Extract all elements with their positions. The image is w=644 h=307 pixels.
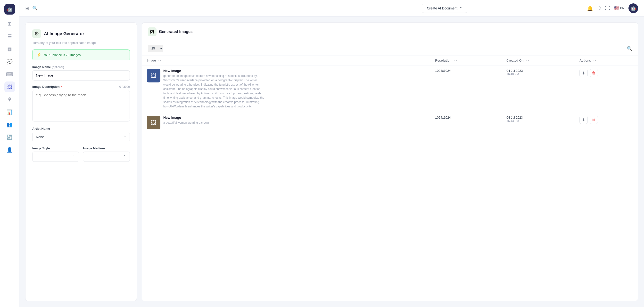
sidebar-item-sync[interactable]: 🔄 [4, 132, 15, 143]
delete-button-1[interactable]: 🗑 [590, 116, 598, 124]
image-desc-0: generate an image could feature a writer… [163, 74, 265, 109]
download-button-1[interactable]: ⬇ [580, 116, 588, 124]
svg-text:🖼: 🖼 [151, 73, 156, 79]
sort-resolution[interactable]: ▲▼ [453, 60, 457, 62]
actions-cell-1: ⬇ 🗑 [574, 112, 638, 133]
image-name-1: New Image [163, 116, 425, 120]
panel-icon: 🖼 [32, 29, 41, 38]
description-label: Image Description * 0 / 3000 [32, 85, 130, 88]
sidebar-item-team[interactable]: 👥 [4, 119, 15, 130]
time-value-0: 16:40 PM [506, 72, 570, 76]
generated-panel-icon: 🖼 [148, 27, 156, 36]
sidebar-item-images[interactable]: 🖼 [4, 81, 15, 92]
table-container: Image ▲▼ Resolution ▲▼ Created On ▲▼ [142, 56, 638, 301]
table-row: 🖼 New Image generate an image could feat… [142, 65, 638, 112]
image-medium-select[interactable]: ⌃ [83, 152, 130, 162]
image-name-0: New Image [163, 69, 425, 73]
resolution-badge-0: 1024x1024 [435, 69, 450, 72]
image-thumb-1: 🖼 [147, 116, 160, 129]
optional-tag: (optional) [52, 65, 64, 69]
image-cell-1: 🖼 New Image a beautiful woman wearing a … [142, 112, 430, 133]
moon-icon[interactable]: ☽ [597, 5, 601, 11]
page-content: 🖼 AI Image Generator Turn any of your te… [20, 16, 644, 307]
sidebar-item-dashboard[interactable]: ⊞ [4, 18, 15, 29]
date-cell-0: 04 Jul 2023 16:40 PM [502, 65, 574, 112]
image-name-label: Image Name (optional) [32, 65, 130, 69]
char-count: 0 / 3000 [120, 85, 130, 88]
bolt-icon: ⚡ [36, 53, 41, 57]
artist-value: None [36, 135, 44, 139]
table-search-icon[interactable]: 🔍 [627, 46, 632, 51]
image-medium-label: Image Medium [83, 146, 130, 150]
time-value-1: 16:43 PM [506, 119, 570, 123]
panel-title: AI Image Generator [44, 31, 84, 36]
balance-label: Your Balance is 79 Images [43, 53, 80, 57]
resolution-badge-1: 1024x1024 [435, 116, 450, 119]
language-selector[interactable]: 🇺🇸 EN [614, 5, 624, 11]
download-button-0[interactable]: ⬇ [580, 69, 588, 77]
resolution-cell-1: 1024x1024 [430, 112, 502, 133]
create-ai-document-button[interactable]: Create AI Document ⌃ [422, 4, 467, 13]
per-page-select[interactable]: 25 50 100 [148, 45, 163, 52]
panel-title-row: 🖼 AI Image Generator [32, 29, 130, 38]
header-right: 🔔 ☽ ⛶ 🇺🇸 EN 🤖 [587, 3, 638, 13]
chevron-up-icon: ⌃ [459, 6, 462, 10]
avatar[interactable]: 🤖 [628, 3, 638, 13]
image-name-input[interactable] [32, 70, 130, 80]
image-style-label: Image Style [32, 146, 79, 150]
sidebar-item-account[interactable]: 👤 [4, 145, 15, 155]
resolution-cell-0: 1024x1024 [430, 65, 502, 112]
header-left: ⊞ 🔍 [25, 5, 302, 11]
left-panel: 🖼 AI Image Generator Turn any of your te… [25, 22, 137, 301]
date-value-0: 04 Jul 2023 [506, 69, 570, 72]
artist-select[interactable]: None ⌃ [32, 132, 130, 142]
main-wrapper: ⊞ 🔍 Create AI Document ⌃ 🔔 ☽ ⛶ 🇺🇸 EN 🤖 🖼 [20, 0, 644, 307]
right-panel-header: 🖼 Generated Images [142, 22, 638, 41]
sidebar-item-voice[interactable]: 🎙 [4, 94, 15, 105]
description-input[interactable] [32, 90, 130, 121]
app-logo[interactable]: 🤖 [4, 4, 15, 14]
image-desc-1: a beautiful woman wearing a crown [163, 120, 265, 125]
actions-cell-0: ⬇ 🗑 [574, 65, 638, 112]
style-medium-row: Image Style ⌃ Image Medium ⌃ [32, 146, 130, 162]
col-created-on: Created On ▲▼ [502, 56, 574, 65]
date-value-1: 04 Jul 2023 [506, 116, 570, 119]
right-panel-title: Generated Images [159, 29, 193, 34]
header: ⊞ 🔍 Create AI Document ⌃ 🔔 ☽ ⛶ 🇺🇸 EN 🤖 [20, 0, 644, 16]
fullscreen-icon[interactable]: ⛶ [605, 5, 610, 11]
chevron-up-icon: ⌃ [72, 155, 76, 159]
table-row: 🖼 New Image a beautiful woman wearing a … [142, 112, 638, 133]
image-style-select[interactable]: ⌃ [32, 152, 79, 162]
create-btn-label: Create AI Document [427, 6, 458, 10]
grid-icon[interactable]: ⊞ [25, 5, 29, 11]
sidebar-item-documents[interactable]: ☰ [4, 31, 15, 42]
svg-text:🖼: 🖼 [151, 120, 156, 126]
col-actions: Actions ▲▼ [574, 56, 638, 65]
panel-subtitle: Turn any of your text into sophisticated… [32, 41, 130, 45]
sort-image[interactable]: ▲▼ [158, 60, 162, 62]
artist-label: Artist Name [32, 127, 130, 130]
balance-box: ⚡ Your Balance is 79 Images [32, 49, 130, 60]
bell-icon[interactable]: 🔔 [587, 5, 593, 11]
right-panel: 🖼 Generated Images 25 50 100 🔍 Image [142, 22, 638, 301]
sort-actions[interactable]: ▲▼ [593, 60, 597, 62]
header-center: Create AI Document ⌃ [306, 4, 583, 13]
sidebar: 🤖 ⊞ ☰ ▦ 💬 ⌨ 🖼 🎙 📊 👥 🔄 👤 [0, 0, 20, 307]
images-table: Image ▲▼ Resolution ▲▼ Created On ▲▼ [142, 56, 638, 133]
image-thumb-0: 🖼 [147, 69, 160, 82]
col-image: Image ▲▼ [142, 56, 430, 65]
date-cell-1: 04 Jul 2023 16:43 PM [502, 112, 574, 133]
flag-icon: 🇺🇸 [614, 5, 619, 11]
search-icon[interactable]: 🔍 [32, 5, 38, 11]
sidebar-item-archive[interactable]: ▦ [4, 44, 15, 54]
required-asterisk: * [61, 85, 62, 88]
col-resolution: Resolution ▲▼ [430, 56, 502, 65]
chevron-up-icon: ⌃ [123, 135, 126, 139]
sidebar-item-terminal[interactable]: ⌨ [4, 69, 15, 79]
sort-created[interactable]: ▲▼ [525, 60, 529, 62]
table-toolbar: 25 50 100 🔍 [142, 41, 638, 56]
delete-button-0[interactable]: 🗑 [590, 69, 598, 77]
language-label: EN [620, 6, 624, 10]
sidebar-item-chat[interactable]: 💬 [4, 56, 15, 67]
sidebar-item-analytics[interactable]: 📊 [4, 107, 15, 117]
